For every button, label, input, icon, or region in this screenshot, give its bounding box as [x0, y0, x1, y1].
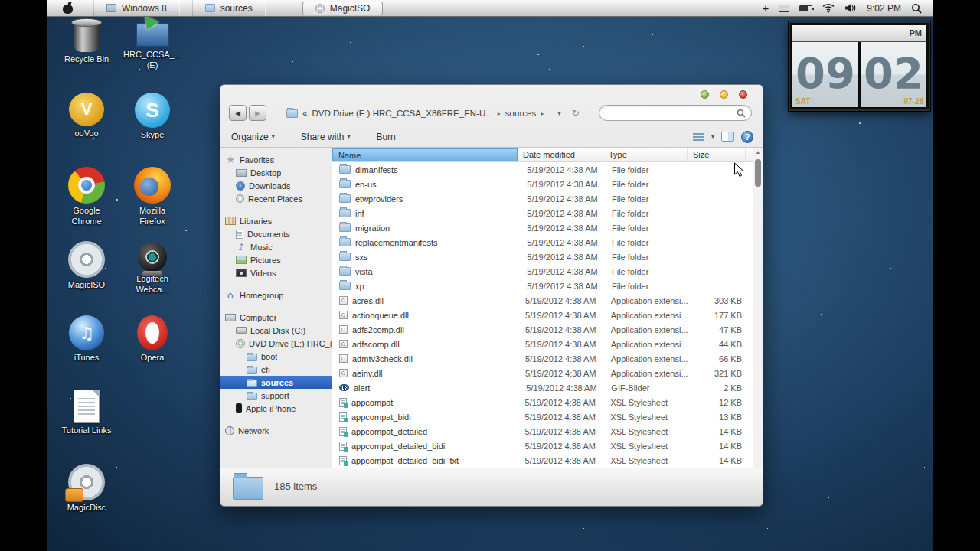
- file-row[interactable]: adfscomp.dll5/19/2012 4:38 AMApplication…: [332, 337, 753, 351]
- file-row[interactable]: replacementmanifests5/19/2012 4:38 AMFil…: [332, 235, 753, 249]
- file-row[interactable]: sxs5/19/2012 4:38 AMFile folder: [332, 249, 753, 264]
- refresh-icon[interactable]: ↻: [572, 108, 580, 119]
- sidebar-item-sources[interactable]: sources: [220, 376, 332, 389]
- file-row[interactable]: acres.dll5/19/2012 4:38 AMApplication ex…: [332, 293, 753, 308]
- taskbar-button-sources[interactable]: sources: [192, 0, 266, 16]
- sidebar-item-favorites[interactable]: Favorites: [220, 153, 332, 166]
- taskbar-button-windows-8[interactable]: Windows 8: [93, 0, 180, 16]
- sidebar-item-desktop[interactable]: Desktop: [220, 166, 332, 179]
- file-row[interactable]: admtv3check.dll5/19/2012 4:38 AMApplicat…: [332, 351, 753, 366]
- sidebar-item-pictures[interactable]: Pictures: [220, 253, 332, 266]
- spotlight-icon[interactable]: [911, 3, 922, 14]
- sidebar-item-computer[interactable]: Computer: [220, 311, 332, 324]
- desktop-icon-itunes[interactable]: iTunes: [55, 315, 118, 390]
- desktop-icon-firefox[interactable]: Mozilla Firefox: [121, 167, 184, 241]
- sidebar-item-music[interactable]: Music: [220, 240, 332, 253]
- file-row[interactable]: alert5/19/2012 4:38 AMGIF-Bilder2 KB: [332, 380, 753, 395]
- file-row[interactable]: xp5/19/2012 4:38 AMFile folder: [332, 279, 753, 293]
- desktop-icon-skype[interactable]: Skype: [121, 93, 184, 167]
- file-date: 5/19/2012 4:38 AM: [527, 267, 612, 276]
- display-icon[interactable]: [779, 5, 789, 12]
- sidebar-item-libraries[interactable]: Libraries: [220, 214, 332, 227]
- file-row[interactable]: etwproviders5/19/2012 4:38 AMFile folder: [332, 191, 753, 206]
- forward-button[interactable]: ▶: [249, 105, 266, 121]
- file-row[interactable]: appcompat5/19/2012 4:38 AMXSL Stylesheet…: [332, 395, 753, 409]
- libraries-icon: [225, 217, 236, 225]
- desktop-icon-logitech-webcam[interactable]: Logitech Webca...: [121, 241, 184, 315]
- menu-bar-clock[interactable]: 9:02 PM: [867, 3, 901, 14]
- sidebar-item-network[interactable]: Network: [220, 424, 332, 437]
- zoom-button[interactable]: [701, 90, 709, 99]
- preview-pane-icon[interactable]: [721, 132, 734, 142]
- desktop-icon-label: ooVoo: [74, 129, 98, 139]
- sidebar-item-documents[interactable]: Documents: [220, 227, 332, 240]
- sidebar-item-efi[interactable]: efi: [220, 363, 332, 376]
- sidebar-item-dvd-drive-e-hrc[interactable]: DVD Drive (E:) HRC_(: [220, 337, 332, 350]
- view-dropdown-icon[interactable]: ▾: [711, 133, 714, 140]
- file-row[interactable]: inf5/19/2012 4:38 AMFile folder: [332, 206, 753, 220]
- desktop-icon-drive-e[interactable]: HRC_CCSA_... (E): [121, 18, 184, 93]
- sidebar-item-apple-iphone[interactable]: Apple iPhone: [220, 402, 332, 415]
- desktop-icon-oovoo[interactable]: ooVoo: [55, 93, 118, 167]
- file-row[interactable]: en-us5/19/2012 4:38 AMFile folder: [332, 177, 753, 191]
- breadcrumb-drive[interactable]: DVD Drive (E:) HRC_CCSA_X86FRE_EN-U...: [312, 109, 492, 118]
- minimize-button[interactable]: [720, 90, 728, 99]
- address-dropdown-icon[interactable]: ▾: [557, 109, 561, 117]
- chevron-down-icon: ▾: [272, 133, 275, 140]
- file-row[interactable]: appcompat_detailed_bidi_txt5/19/2012 4:3…: [332, 453, 753, 468]
- file-row[interactable]: actionqueue.dll5/19/2012 4:38 AMApplicat…: [332, 308, 753, 322]
- file-row[interactable]: migration5/19/2012 4:38 AMFile folder: [332, 220, 753, 235]
- breadcrumb-sources[interactable]: sources: [505, 109, 536, 118]
- desktop-icon-magicdisc[interactable]: MagicDisc: [55, 464, 118, 538]
- desktop-icon-opera[interactable]: Opera: [121, 315, 184, 390]
- search-input[interactable]: [599, 106, 737, 120]
- desktop-icon-chrome[interactable]: Google Chrome: [55, 167, 118, 241]
- navigation-bar: ◀ ▶ « DVD Drive (E:) HRC_CCSA_X86FRE_EN-…: [220, 102, 763, 125]
- file-size: 66 KB: [694, 354, 753, 364]
- sidebar-item-videos[interactable]: Videos: [220, 266, 332, 279]
- scroll-up-icon[interactable]: ▲: [753, 149, 763, 155]
- column-header-name[interactable]: Name: [332, 148, 518, 161]
- sidebar-item-support[interactable]: support: [220, 389, 332, 402]
- column-header-date-modified[interactable]: Date modified: [518, 148, 603, 161]
- back-button[interactable]: ◀: [229, 105, 247, 121]
- search-box[interactable]: [599, 105, 752, 121]
- breadcrumb[interactable]: « DVD Drive (E:) HRC_CCSA_X86FRE_EN-U...…: [286, 102, 580, 125]
- change-view-icon[interactable]: [693, 132, 704, 141]
- file-row[interactable]: appcompat_detailed_bidi5/19/2012 4:38 AM…: [332, 439, 753, 453]
- breadcrumb-collapsed[interactable]: «: [302, 109, 307, 118]
- taskbar-button-label: sources: [220, 3, 253, 14]
- toolbar-button-organize[interactable]: Organize▾: [231, 132, 275, 142]
- sidebar-item-homegroup[interactable]: Homegroup: [220, 289, 332, 302]
- toolbar-button-share-with[interactable]: Share with▾: [301, 132, 351, 142]
- folder-icon: [247, 380, 257, 387]
- battery-icon[interactable]: [799, 5, 812, 11]
- file-type: Application extensi...: [611, 340, 695, 349]
- plus-icon[interactable]: +: [763, 2, 769, 14]
- file-row[interactable]: aeinv.dll5/19/2012 4:38 AMApplication ex…: [332, 366, 753, 380]
- file-row[interactable]: dlmanifests5/19/2012 4:38 AMFile folder: [332, 162, 753, 177]
- desktop-icon-recycle-bin[interactable]: Recycle Bin: [55, 18, 118, 93]
- sidebar-item-local-disk-c[interactable]: Local Disk (C:): [220, 324, 332, 337]
- file-row[interactable]: vista5/19/2012 4:38 AMFile folder: [332, 264, 753, 279]
- help-icon[interactable]: ?: [741, 131, 753, 143]
- sidebar-item-downloads[interactable]: Downloads: [220, 179, 332, 192]
- file-row[interactable]: adfs2comp.dll5/19/2012 4:38 AMApplicatio…: [332, 322, 753, 337]
- sidebar-item-recent-places[interactable]: Recent Places: [220, 192, 332, 205]
- column-header-size[interactable]: Size: [688, 148, 746, 161]
- scrollbar-thumb[interactable]: [755, 159, 761, 187]
- vertical-scrollbar[interactable]: ▲: [753, 148, 763, 469]
- wifi-icon[interactable]: [822, 3, 835, 13]
- desktop-icon-magiciso[interactable]: MagicISO: [55, 241, 118, 315]
- file-row[interactable]: appcompat_bidi5/19/2012 4:38 AMXSL Style…: [332, 409, 753, 424]
- volume-icon[interactable]: [844, 3, 857, 13]
- column-header-type[interactable]: Type: [603, 148, 688, 161]
- taskbar-button-magiciso[interactable]: MagicISO: [302, 2, 384, 15]
- file-row[interactable]: appcompat_detailed5/19/2012 4:38 AMXSL S…: [332, 424, 753, 439]
- close-button[interactable]: [739, 90, 747, 99]
- sidebar-item-boot[interactable]: boot: [220, 350, 332, 363]
- desktop-icon-tutorial-links[interactable]: Tutorial Links: [55, 390, 118, 464]
- toolbar-button-burn[interactable]: Burn: [376, 132, 395, 142]
- apple-menu-icon[interactable]: [63, 2, 74, 14]
- sidebar-item-label: Homegroup: [240, 291, 283, 300]
